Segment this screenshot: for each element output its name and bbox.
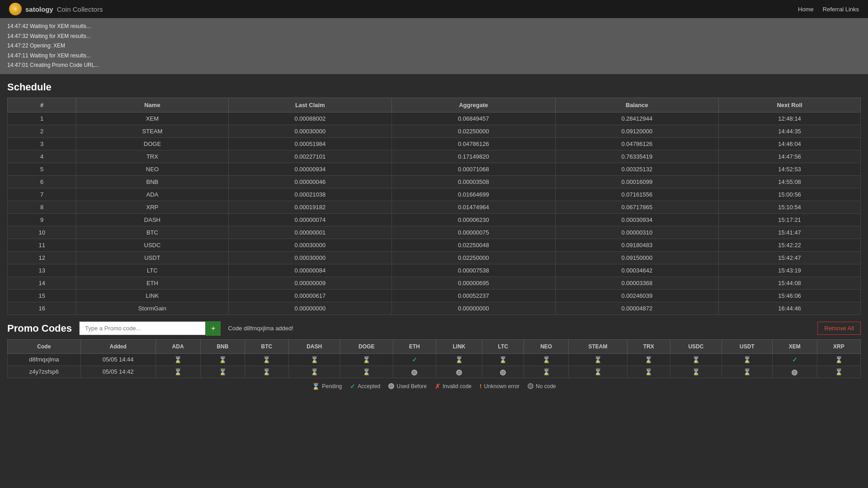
- table-cell: STEAM: [76, 125, 228, 137]
- table-cell: BTC: [76, 226, 228, 239]
- table-cell: XRP: [76, 201, 228, 213]
- promo-col-header: Added: [80, 339, 156, 353]
- promo-col-header: XRP: [817, 339, 860, 353]
- promo-status-cell: ⌛: [288, 353, 340, 366]
- pending-icon: ⌛: [499, 356, 507, 363]
- pending-icon: ⌛: [363, 356, 370, 363]
- promo-col-header: BNB: [200, 339, 245, 353]
- promo-header: Promo Codes + Code d8fmqxjlma added! Rem…: [0, 315, 868, 339]
- table-cell: 0.00000084: [228, 264, 392, 277]
- log-line: 14:47:01 Creating Promo Code URL...: [7, 61, 861, 70]
- table-row: 1XEM0.000880020.068494570.2841294412:48:…: [8, 112, 861, 125]
- table-cell: 0.04786126: [555, 137, 719, 150]
- table-cell: 15: [8, 289, 76, 302]
- promo-title: Promo Codes: [7, 323, 72, 334]
- promo-status-cell: ⌛: [200, 366, 245, 378]
- table-cell: 0.00006230: [392, 213, 556, 226]
- table-cell: 1: [8, 112, 76, 125]
- pending-icon: ⌛: [594, 368, 602, 375]
- promo-col-header: TRX: [627, 339, 670, 353]
- pending-icon: ⌛: [363, 368, 370, 375]
- legend-label: Accepted: [358, 383, 380, 389]
- table-cell: 0.76335419: [555, 150, 719, 163]
- table-cell: 15:10:54: [719, 201, 861, 213]
- promo-input[interactable]: [79, 321, 206, 335]
- promo-status-cell: ⌛: [524, 366, 569, 378]
- table-row: 14ETH0.000000090.000006950.0000336815:44…: [8, 277, 861, 289]
- schedule-title: Schedule: [7, 81, 861, 93]
- promo-table: CodeAddedADABNBBTCDASHDOGEETHLINKLTCNEOS…: [7, 339, 861, 378]
- table-cell: 0.00000046: [228, 175, 392, 188]
- table-cell: 0.00000934: [228, 163, 392, 175]
- promo-status-cell: ⌛: [627, 366, 670, 378]
- table-cell: 0.02250000: [392, 251, 556, 264]
- pending-icon: ⌛: [835, 368, 843, 375]
- brand-name: satology: [25, 5, 53, 13]
- table-cell: 15:44:08: [719, 277, 861, 289]
- schedule-col-header: Balance: [555, 98, 719, 112]
- legend-item: ⌛Pending: [312, 383, 342, 390]
- legend-item: No code: [528, 383, 556, 389]
- remove-all-button[interactable]: Remove All: [817, 322, 861, 335]
- promo-col-header: XEM: [772, 339, 817, 353]
- pending-icon: ⌛: [743, 368, 751, 375]
- table-row: 5NEO0.000009340.000710680.0032513214:52:…: [8, 163, 861, 175]
- table-row: 12USDT0.000300000.022500000.0915000015:4…: [8, 251, 861, 264]
- promo-status-cell: ⌛: [245, 353, 288, 366]
- table-cell: 0.00088002: [228, 112, 392, 125]
- table-cell: DASH: [76, 213, 228, 226]
- table-row: 15LINK0.000006170.000522370.0024603915:4…: [8, 289, 861, 302]
- table-cell: 13: [8, 264, 76, 277]
- table-cell: 0.00016099: [555, 175, 719, 188]
- table-row: 10BTC0.000000010.000000750.0000031015:41…: [8, 226, 861, 239]
- promo-status-cell: [393, 366, 436, 378]
- nav-home[interactable]: Home: [798, 6, 814, 13]
- legend-item: ✗Invalid code: [435, 383, 472, 390]
- table-cell: 15:41:47: [719, 226, 861, 239]
- table-cell: 0.17149820: [392, 150, 556, 163]
- table-cell: StormGain: [76, 302, 228, 314]
- legend-unknown-icon: !: [480, 383, 481, 389]
- table-cell: 0.00000074: [228, 213, 392, 226]
- table-row: 3DOGE0.000519840.047861260.0478612614:46…: [8, 137, 861, 150]
- promo-col-header: ADA: [156, 339, 200, 353]
- schedule-col-header: Next Roll: [719, 98, 861, 112]
- table-cell: ADA: [76, 188, 228, 201]
- table-cell: 0.00071068: [392, 163, 556, 175]
- table-row: 11USDC0.000300000.022500480.0918048315:4…: [8, 239, 861, 251]
- used-icon: [792, 370, 797, 375]
- legend-label: Used Before: [396, 383, 427, 389]
- table-cell: TRX: [76, 150, 228, 163]
- log-area: 14:47:42 Waiting for XEM results...14:47…: [0, 18, 868, 74]
- promo-status-cell: ⌛: [627, 353, 670, 366]
- legend-item: Used Before: [388, 383, 427, 389]
- promo-status-cell: ⌛: [340, 366, 393, 378]
- promo-status-cell: ⌛: [722, 366, 773, 378]
- table-cell: 0.00030000: [228, 239, 392, 251]
- promo-col-header: STEAM: [569, 339, 627, 353]
- pending-icon: ⌛: [542, 356, 550, 363]
- promo-add-button[interactable]: +: [206, 321, 221, 336]
- promo-code-cell: z4y7zsfsp6: [8, 366, 81, 378]
- table-cell: 0.00000310: [555, 226, 719, 239]
- legend-item: ✓Accepted: [350, 383, 380, 390]
- pending-icon: ⌛: [542, 368, 550, 375]
- table-cell: 0.09180483: [555, 239, 719, 251]
- nav-referral[interactable]: Referral Links: [823, 6, 859, 13]
- pending-icon: ⌛: [219, 356, 226, 363]
- legend-accepted-icon: ✓: [350, 383, 355, 390]
- table-cell: 0.00052237: [392, 289, 556, 302]
- list-item: z4y7zsfsp605/05 14:42⌛⌛⌛⌛⌛⌛⌛⌛⌛⌛⌛: [8, 366, 861, 378]
- table-cell: 11: [8, 239, 76, 251]
- table-cell: 0.00003508: [392, 175, 556, 188]
- table-cell: 0.06717865: [555, 201, 719, 213]
- table-cell: 0.00325132: [555, 163, 719, 175]
- pending-icon: ⌛: [645, 368, 652, 375]
- table-cell: XEM: [76, 112, 228, 125]
- promo-message: Code d8fmqxjlma added!: [228, 325, 293, 332]
- table-cell: 0.09150000: [555, 251, 719, 264]
- pending-icon: ⌛: [455, 356, 463, 363]
- table-cell: 0.00227101: [228, 150, 392, 163]
- promo-status-cell: ⌛: [288, 366, 340, 378]
- pending-icon: ⌛: [835, 356, 843, 363]
